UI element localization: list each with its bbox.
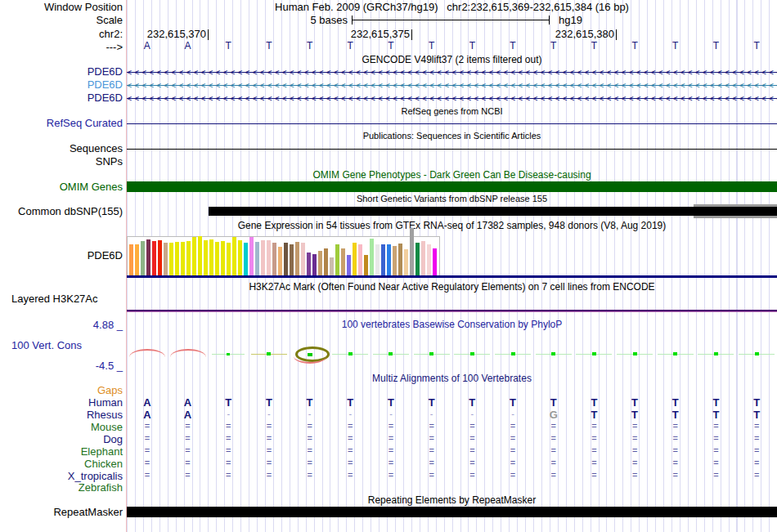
gene-label[interactable]: PDE6D xyxy=(0,92,123,104)
gtex-bar[interactable] xyxy=(146,239,150,275)
gtex-bar[interactable] xyxy=(358,244,362,275)
gtex-bar[interactable] xyxy=(341,248,345,275)
phylop-label[interactable]: 100 Vert. Cons xyxy=(11,340,82,351)
phylop-positive-tick[interactable] xyxy=(429,352,433,355)
dbsnp-variant-black[interactable] xyxy=(209,207,777,216)
gtex-bar[interactable] xyxy=(244,243,248,275)
gtex-bar[interactable] xyxy=(141,241,145,275)
multiz-species-label[interactable]: Chicken xyxy=(0,458,123,470)
gtex-bar[interactable] xyxy=(261,240,265,275)
multiz-species-label[interactable]: Mouse xyxy=(0,422,123,433)
refseq-gene-line[interactable] xyxy=(127,123,777,124)
gtex-bar[interactable] xyxy=(410,228,414,275)
phylop-positive-tick[interactable] xyxy=(633,352,637,355)
gtex-bar[interactable] xyxy=(301,243,305,275)
multiz-species-label[interactable]: Dog xyxy=(0,434,123,445)
gtex-bar[interactable] xyxy=(398,244,402,275)
gtex-bar[interactable] xyxy=(295,242,299,275)
gtex-bar[interactable] xyxy=(164,243,168,275)
gtex-bar[interactable] xyxy=(215,242,219,275)
gtex-bar[interactable] xyxy=(238,240,242,275)
refseq-curated-label[interactable]: RefSeq Curated xyxy=(0,118,123,129)
snps-label[interactable]: SNPs xyxy=(0,156,123,168)
gtex-bar[interactable] xyxy=(290,244,294,275)
gtex-bar[interactable] xyxy=(255,242,259,275)
gtex-bar[interactable] xyxy=(227,243,231,275)
gtex-bar[interactable] xyxy=(404,249,408,275)
phylop-positive-tick[interactable] xyxy=(470,352,474,355)
gtex-bar[interactable] xyxy=(330,257,334,275)
gtex-bar[interactable] xyxy=(393,246,397,275)
phylop-positive-tick[interactable] xyxy=(673,352,677,355)
gtex-bar[interactable] xyxy=(152,241,156,275)
multiz-track-title[interactable]: Multiz Alignments of 100 Vertebrates xyxy=(127,373,777,384)
gtex-bar[interactable] xyxy=(364,255,368,275)
omim-genes-label[interactable]: OMIM Genes xyxy=(0,181,123,193)
phylop-positive-tick[interactable] xyxy=(348,352,353,355)
gtex-bar[interactable] xyxy=(129,244,133,275)
gtex-bar[interactable] xyxy=(347,255,351,275)
h3k27ac-label[interactable]: Layered H3K27Ac xyxy=(11,293,98,305)
dbsnp-label[interactable]: Common dbSNP(155) xyxy=(0,206,123,217)
gtex-bar[interactable] xyxy=(387,244,391,275)
gtex-bar[interactable] xyxy=(135,244,139,275)
phylop-positive-tick[interactable] xyxy=(388,352,393,355)
h3k27ac-track-title[interactable]: H3K27Ac Mark (Often Found Near Active Re… xyxy=(127,282,777,293)
phylop-positive-tick[interactable] xyxy=(267,352,271,355)
multiz-species-label[interactable]: Rhesus xyxy=(0,409,123,421)
phylop-positive-tick[interactable] xyxy=(227,353,230,355)
gtex-bar[interactable] xyxy=(267,240,271,275)
gtex-bar[interactable] xyxy=(427,244,431,275)
gtex-bar[interactable] xyxy=(278,247,282,275)
gtex-bar[interactable] xyxy=(232,237,236,275)
gtex-bar[interactable] xyxy=(335,244,339,275)
gtex-bar[interactable] xyxy=(272,243,276,275)
omim-track-title[interactable]: OMIM Gene Phenotypes - Dark Green Can Be… xyxy=(127,170,777,181)
gtex-bar[interactable] xyxy=(353,243,357,275)
gtex-bar[interactable] xyxy=(186,241,191,275)
gtex-bar[interactable] xyxy=(324,248,328,275)
gene-label[interactable]: PDE6D xyxy=(0,66,123,78)
phylop-positive-tick[interactable] xyxy=(592,352,596,355)
gtex-bar[interactable] xyxy=(169,243,173,275)
sequences-item-line[interactable] xyxy=(127,149,777,150)
multiz-species-label[interactable]: Human xyxy=(0,397,123,409)
repeatmasker-track-title[interactable]: Repeating Elements by RepeatMasker xyxy=(127,495,777,506)
gtex-track-title[interactable]: Gene Expression in 54 tissues from GTEx … xyxy=(127,221,777,231)
sequences-label[interactable]: Sequences xyxy=(0,143,123,154)
gtex-bar[interactable] xyxy=(421,241,425,275)
gtex-bar[interactable] xyxy=(181,242,185,275)
gtex-bar[interactable] xyxy=(221,241,225,275)
gtex-bar[interactable] xyxy=(204,240,208,275)
gtex-bar[interactable] xyxy=(370,239,374,275)
gtex-bar[interactable] xyxy=(318,251,322,275)
gtex-bar[interactable] xyxy=(198,236,202,275)
gtex-bar[interactable] xyxy=(284,243,288,275)
multiz-species-label[interactable]: X_tropicalis xyxy=(0,471,123,482)
gtex-bar[interactable] xyxy=(375,244,380,275)
dbsnp-track-title[interactable]: Short Genetic Variants from dbSNP releas… xyxy=(127,194,777,204)
multiz-species-label[interactable]: Elephant xyxy=(0,446,123,458)
gtex-bar[interactable] xyxy=(192,237,196,275)
gtex-bar[interactable] xyxy=(415,243,420,275)
multiz-species-label[interactable]: Gaps xyxy=(0,385,123,396)
omim-gene-bar[interactable] xyxy=(127,181,777,192)
gtex-bar[interactable] xyxy=(249,237,254,275)
gtex-bar[interactable] xyxy=(175,242,179,275)
gene-label[interactable]: PDE6D xyxy=(0,79,123,91)
phylop-positive-tick[interactable] xyxy=(551,352,555,355)
gtex-bar[interactable] xyxy=(433,248,437,275)
gtex-bar[interactable] xyxy=(158,240,162,275)
gtex-bar[interactable] xyxy=(307,253,311,275)
phylop-positive-tick[interactable] xyxy=(511,352,515,355)
repeatmasker-label[interactable]: RepeatMasker xyxy=(0,507,123,518)
gtex-bar[interactable] xyxy=(312,254,317,275)
phylop-track-title[interactable]: 100 vertebrates Basewise Conservation by… xyxy=(127,320,777,330)
gtex-bar[interactable] xyxy=(209,239,213,275)
phylop-positive-tick[interactable] xyxy=(755,352,759,355)
multiz-species-label[interactable]: Zebrafish xyxy=(0,482,123,494)
gtex-bar[interactable] xyxy=(381,244,385,275)
gencode-track-title[interactable]: GENCODE V49lift37 (2 items filtered out) xyxy=(127,55,777,65)
publications-track-title[interactable]: Publications: Sequences in Scientific Ar… xyxy=(127,132,777,141)
refseq-track-title[interactable]: RefSeq genes from NCBI xyxy=(127,107,777,117)
